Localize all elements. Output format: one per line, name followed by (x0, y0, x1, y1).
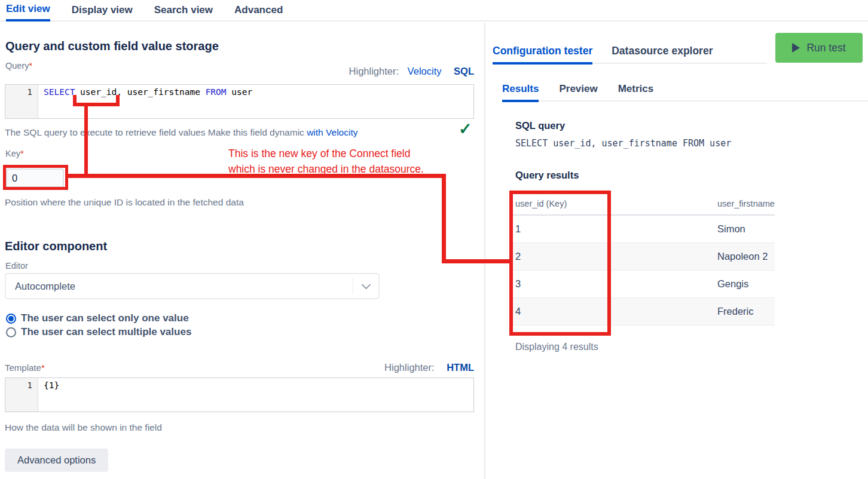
cell-user-id: 1 (509, 215, 711, 243)
query-highlighter-row: Highlighter: Velocity SQL (0, 66, 474, 77)
panel-divider (484, 23, 485, 479)
results-count-text: Displaying 4 results (515, 342, 598, 352)
cell-user-firstname: Napoleon 2 (711, 243, 775, 271)
subtab-metrics[interactable]: Metrics (618, 83, 654, 100)
connect-field-configuration-page: Edit view Display view Search view Advan… (0, 0, 868, 479)
query-code-editor[interactable]: 1 SELECT user_id, user_firstname FROM us… (5, 84, 474, 119)
sql-columns: user_id, user_firstname (75, 87, 205, 97)
query-editor-gutter: 1 (5, 85, 38, 118)
tester-tabbar: Configuration tester Datasource explorer (493, 45, 767, 64)
table-header-row: user_id (Key) user_firstname (509, 194, 775, 215)
sql-table: user (227, 87, 253, 97)
radio-single-label: The user can select only one value (21, 312, 189, 324)
table-row: 2 Napoleon 2 (509, 243, 775, 271)
tab-advanced[interactable]: Advanced (234, 0, 283, 20)
highlighter-label: Highlighter: (349, 66, 399, 76)
subtab-results[interactable]: Results (502, 83, 539, 102)
highlighter-html-link[interactable]: HTML (447, 362, 474, 373)
radio-selected-icon (6, 314, 16, 324)
key-help-text: Position where the unique ID is located … (5, 197, 244, 208)
section-title-editor-component: Editor component (5, 240, 107, 253)
tab-edit-view[interactable]: Edit view (6, 0, 50, 22)
tab-search-view[interactable]: Search view (154, 0, 213, 20)
column-header-user-id: user_id (Key) (509, 194, 711, 215)
cell-user-id: 4 (509, 298, 711, 326)
table-row: 1 Simon (509, 215, 775, 243)
sql-query-title: SQL query (515, 120, 565, 131)
sql-keyword-select: SELECT (44, 87, 75, 97)
editor-select-value: Autocomplete (6, 281, 353, 292)
radio-multiple-label: The user can select multiple values (21, 326, 191, 338)
table-row: 3 Gengis (509, 271, 775, 298)
cell-user-firstname: Gengis (711, 271, 775, 298)
cell-user-id: 2 (509, 243, 711, 271)
required-asterisk: * (20, 149, 24, 158)
query-results-title: Query results (515, 170, 579, 181)
radio-single-value[interactable]: The user can select only one value (6, 312, 189, 324)
column-header-user-firstname: user_firstname (711, 194, 775, 215)
annotation-connector-line (442, 259, 513, 263)
template-code-line[interactable]: {1} (38, 378, 59, 412)
run-test-label: Run test (806, 42, 845, 54)
tab-display-view[interactable]: Display view (72, 0, 133, 20)
results-subtabbar: Results Preview Metrics (502, 83, 868, 102)
key-field-label: Key* (5, 149, 24, 158)
highlighter-label: Highlighter: (384, 362, 434, 373)
query-code-line[interactable]: SELECT user_id, user_firstname FROM user (38, 85, 252, 118)
template-code-editor[interactable]: 1 {1} (5, 377, 474, 412)
view-tabbar: Edit view Display view Search view Advan… (0, 0, 868, 22)
query-results-table: user_id (Key) user_firstname 1 Simon 2 N… (509, 194, 775, 326)
template-highlighter-row: Highlighter: HTML (0, 362, 474, 373)
sql-keyword-from: FROM (206, 87, 227, 97)
run-test-button[interactable]: Run test (775, 33, 863, 63)
tab-configuration-tester[interactable]: Configuration tester (493, 45, 592, 65)
cell-user-firstname: Simon (711, 215, 775, 243)
subtab-preview[interactable]: Preview (559, 83, 597, 100)
cell-user-id: 3 (509, 271, 711, 298)
table-row: 4 Frederic (509, 298, 775, 326)
sql-query-text: SELECT user_id, user_firstname FROM user (515, 138, 731, 149)
annotation-connector-line (68, 174, 446, 178)
advanced-options-button[interactable]: Advanced options (5, 449, 108, 472)
valid-check-icon: ✓ (459, 119, 472, 139)
key-input[interactable] (6, 168, 64, 188)
radio-unselected-icon (6, 327, 16, 337)
play-icon (792, 43, 800, 53)
tab-datasource-explorer[interactable]: Datasource explorer (612, 45, 713, 63)
template-editor-gutter: 1 (5, 378, 38, 412)
cell-user-firstname: Frederic (711, 298, 775, 326)
query-help-text: The SQL query to execute to retrieve fie… (5, 127, 357, 138)
editor-field-label: Editor (5, 261, 28, 271)
chevron-down-icon (353, 283, 378, 290)
editor-select[interactable]: Autocomplete (5, 273, 380, 299)
with-velocity-link[interactable]: with Velocity (307, 127, 357, 137)
section-title-query-storage: Query and custom field value storage (5, 39, 219, 53)
annotation-connector-line (442, 174, 446, 263)
radio-multiple-values[interactable]: The user can select multiple values (6, 326, 191, 338)
template-help-text: How the data will be shown in the field (5, 422, 162, 433)
annotation-note-text: This is the new key of the Connect field… (228, 146, 424, 177)
highlighter-velocity-link[interactable]: Velocity (408, 66, 442, 76)
highlighter-sql-link[interactable]: SQL (454, 66, 474, 76)
